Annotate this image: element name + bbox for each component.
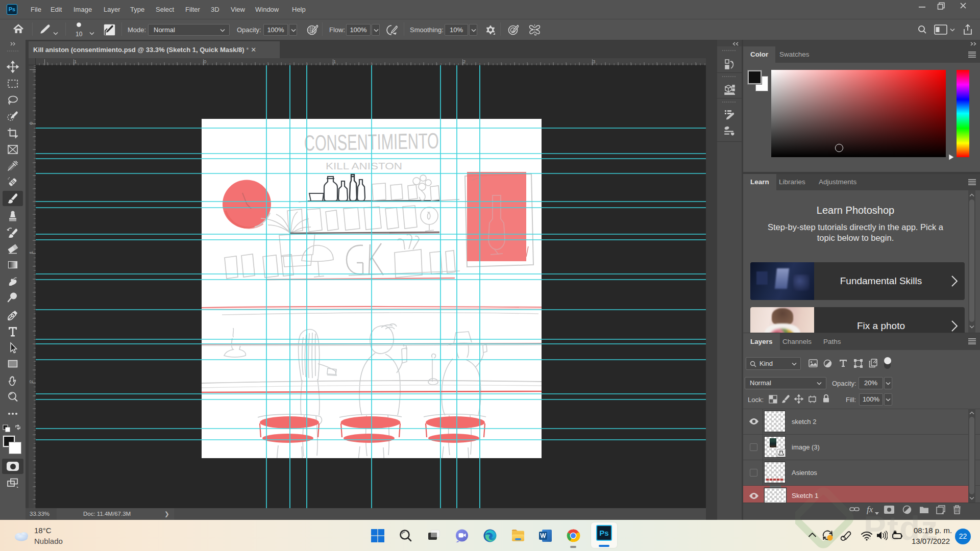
svg-text:KILL ANISTON: KILL ANISTON xyxy=(326,161,402,171)
